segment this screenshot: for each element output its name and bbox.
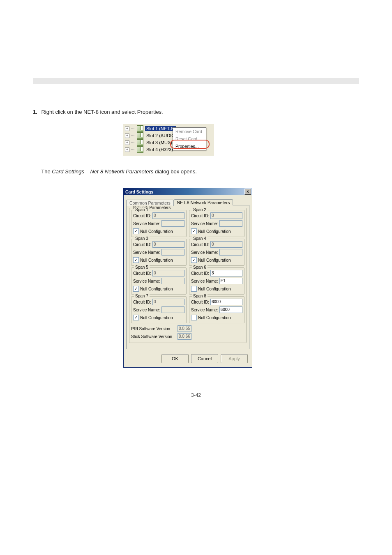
null-config-checkbox[interactable] [191,315,197,320]
expand-icon[interactable]: + [125,140,129,145]
service-name-label: Service Name: [133,279,160,283]
span-box-4: Span 4Circuit ID:0Service Name:Null Conf… [189,239,244,266]
menu-properties[interactable]: Properties... [173,143,206,150]
close-icon[interactable]: × [244,189,251,195]
service-name-label: Service Name: [191,308,218,312]
null-config-label: Null Configuration [198,287,231,291]
null-config-checkbox[interactable] [133,228,139,234]
tab-strip: Common Parameters NET-8 Network Paramete… [126,198,249,205]
pri-version-label: PRI Software Version [131,327,176,331]
span-legend: Span 1 [134,207,150,212]
menu-remove-card[interactable]: Remove Card [173,128,206,135]
card-settings-dialog: Card Settings × Common Parameters NET-8 … [123,188,252,368]
circuit-id-input: 0 [210,212,242,219]
span-box-5: Span 5Circuit ID:0Service Name:Null Conf… [131,267,187,295]
service-name-label: Service Name: [133,221,160,226]
expand-icon[interactable]: + [125,147,129,152]
service-name-input [161,249,184,256]
step-1-result: 1. The Card Settings – Net-8 Network Par… [33,168,359,175]
result-text-c: dialog box opens. [155,168,197,175]
step-number: 1. [33,109,37,115]
null-config-label: Null Configuration [198,229,231,234]
slot-label[interactable]: Slot 3 (MUX) [145,140,173,145]
service-name-input [161,220,184,227]
page-number: 3-42 [33,392,359,398]
slot-label[interactable]: Slot 1 (NET-8) [145,126,176,131]
slot-label[interactable]: Slot 4 (H323) [145,147,174,152]
tree-connector [131,136,135,136]
dialog-body: Network Parameters Span 1Circuit ID:0Ser… [126,205,249,349]
tree-connector [131,143,135,143]
span-legend: Span 4 [192,236,208,241]
span-box-6: Span 6Circuit ID:3Service Name:E1Null Co… [189,267,244,295]
stick-version-value: 0.0.66 [178,333,191,340]
span-box-1: Span 1Circuit ID:0Service Name:Null Conf… [131,210,187,237]
circuit-id-input: 0 [210,241,242,248]
stick-version-label: Stick Software Version [131,334,176,339]
circuit-id-input: 0 [152,299,184,305]
service-name-input [161,306,184,313]
span-legend: Span 3 [134,236,150,241]
network-parameters-group: Network Parameters Span 1Circuit ID:0Ser… [129,208,247,343]
pri-version-value: 0.0.55 [178,325,191,332]
service-name-input[interactable]: 6000 [219,306,242,313]
null-config-label: Null Configuration [140,315,173,320]
span-legend: Span 6 [192,265,208,269]
service-name-input [219,249,242,256]
versions-block: PRI Software Version 0.0.55 Stick Softwa… [131,325,244,340]
null-config-checkbox[interactable] [191,228,197,234]
null-config-checkbox[interactable] [133,286,139,292]
expand-icon[interactable]: + [125,127,129,131]
span-box-2: Span 2Circuit ID:0Service Name:Null Conf… [189,210,244,237]
slot-tree-screenshot: + Slot 1 (NET-8) + Slot 2 (AUDIO) + Slot… [123,124,214,156]
dialog-title: Card Settings [125,189,153,194]
circuit-id-input[interactable]: 6000 [210,299,242,305]
circuit-id-label: Circuit ID: [191,271,209,276]
null-config-label: Null Configuration [140,258,173,263]
menu-reset-card[interactable]: Reset Card [173,135,206,143]
circuit-id-label: Circuit ID: [191,242,209,247]
card-icon [137,125,143,132]
card-icon [137,146,143,153]
step-1: 1. Right click on the NET-8 icon and sel… [33,108,359,116]
result-text-a: The [41,168,52,175]
circuit-id-label: Circuit ID: [133,214,151,218]
circuit-id-label: Circuit ID: [133,271,151,276]
span-box-3: Span 3Circuit ID:0Service Name:Null Conf… [131,239,187,266]
service-name-input[interactable]: E1 [219,278,242,284]
null-config-label: Null Configuration [198,258,231,263]
null-config-label: Null Configuration [140,229,173,234]
null-config-checkbox[interactable] [191,286,197,292]
span-legend: Span 2 [192,207,208,212]
circuit-id-label: Circuit ID: [133,242,151,247]
apply-button[interactable]: Apply [221,354,248,363]
span-box-8: Span 8Circuit ID:6000Service Name:6000Nu… [189,296,244,323]
titlebar: Card Settings × [124,188,252,195]
card-icon [137,132,143,139]
result-text-b: Card Settings – Net-8 Network Parameters [52,168,153,175]
null-config-label: Null Configuration [198,315,231,320]
null-config-label: Null Configuration [140,287,173,291]
service-name-input [161,278,184,284]
ok-button[interactable]: OK [161,354,189,363]
tree-connector [131,150,135,150]
circuit-id-label: Circuit ID: [133,300,151,304]
expand-icon[interactable]: + [125,134,129,138]
tree-connector [131,129,135,129]
null-config-checkbox[interactable] [133,315,139,320]
null-config-checkbox[interactable] [191,257,197,263]
circuit-id-input[interactable]: 3 [210,270,242,276]
circuit-id-input: 0 [152,241,184,248]
span-legend: Span 5 [134,265,150,269]
header-rule [33,78,359,84]
service-name-input [219,220,242,227]
service-name-label: Service Name: [133,308,160,312]
service-name-label: Service Name: [191,221,218,226]
cancel-button[interactable]: Cancel [191,354,218,363]
circuit-id-input: 0 [152,270,184,276]
dialog-button-row: OK Cancel Apply [124,352,252,367]
null-config-checkbox[interactable] [133,257,139,263]
tab-common-parameters[interactable]: Common Parameters [126,200,174,206]
tab-net8-parameters[interactable]: NET-8 Network Parameters [174,199,233,205]
circuit-id-input: 0 [152,212,184,219]
